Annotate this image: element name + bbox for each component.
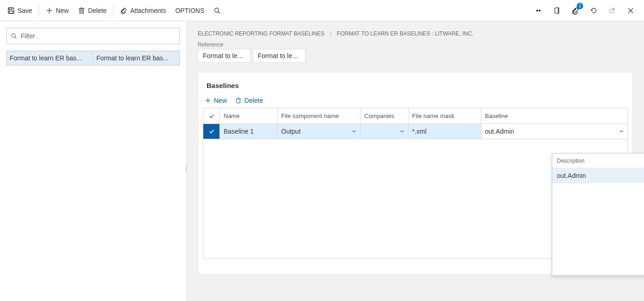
cell-mask[interactable]: *.xml xyxy=(408,124,481,139)
list-item-col2: Format to learn ER bas... xyxy=(94,54,179,62)
column-name[interactable]: Name xyxy=(220,108,278,124)
baseline-dropdown: Description File name out.Admin out.Admi… xyxy=(552,153,644,276)
attachments-button[interactable]: Attachments xyxy=(115,4,171,17)
column-companies[interactable]: Companies xyxy=(360,108,408,124)
trash-icon xyxy=(235,97,242,104)
filter-input[interactable]: Filter xyxy=(6,28,180,44)
attachments-count-button[interactable]: 1 xyxy=(569,5,581,17)
connect-icon[interactable] xyxy=(532,5,544,17)
reference-label: Reference xyxy=(198,41,633,48)
dropdown-empty-area xyxy=(552,183,644,275)
separator xyxy=(113,6,113,16)
cell-companies[interactable] xyxy=(360,124,408,139)
new-baseline-button[interactable]: New xyxy=(205,97,227,104)
svg-point-17 xyxy=(12,34,15,37)
reference-field-1[interactable]: Format to lear... xyxy=(198,49,251,63)
notif-badge: 1 xyxy=(577,3,583,9)
svg-rect-1 xyxy=(9,8,12,10)
reference-block: Reference Format to lear... Format to le… xyxy=(187,40,644,67)
dropdown-header: Description File name xyxy=(552,153,644,168)
cell-component[interactable]: Output xyxy=(278,124,360,139)
save-button[interactable]: Save xyxy=(3,4,37,17)
options-button[interactable]: OPTIONS xyxy=(171,4,209,17)
trash-icon xyxy=(78,7,85,14)
attachments-label: Attachments xyxy=(130,7,166,14)
cell-baseline[interactable]: out.Admin xyxy=(481,124,627,139)
breadcrumb-part2[interactable]: FORMAT TO LEARN ER BASELINES : LITWARE, … xyxy=(337,30,473,37)
cell-component-value: Output xyxy=(281,128,301,135)
delete-baseline-label: Delete xyxy=(244,97,263,104)
svg-point-10 xyxy=(215,8,219,12)
card-title: Baselines xyxy=(203,82,628,97)
refresh-button[interactable] xyxy=(588,5,600,17)
list-item[interactable]: Format to learn ER bas... Format to lear… xyxy=(6,51,180,65)
chevron-down-icon[interactable] xyxy=(399,128,405,135)
content-area: ELECTRONIC REPORTING FORMAT BASELINES | … xyxy=(187,21,644,301)
column-baseline[interactable]: Baseline xyxy=(481,108,627,124)
svg-rect-5 xyxy=(80,9,83,13)
sidebar: Filter Format to learn ER bas... Format … xyxy=(0,21,187,301)
reference-field-2[interactable]: Format to lear... xyxy=(253,49,306,63)
cell-baseline-value: out.Admin xyxy=(485,128,514,135)
svg-rect-2 xyxy=(9,11,13,13)
filter-placeholder: Filter xyxy=(21,32,35,40)
chevron-down-icon[interactable] xyxy=(618,128,625,135)
new-baseline-label: New xyxy=(214,97,227,104)
search-icon xyxy=(213,7,221,14)
save-label: Save xyxy=(18,7,32,14)
delete-label: Delete xyxy=(88,7,106,14)
plus-icon xyxy=(46,7,53,14)
dropdown-row[interactable]: out.Admin out.Admin.xml xyxy=(552,168,644,183)
list-item-col1: Format to learn ER bas... xyxy=(7,54,93,62)
dropdown-row-desc: out.Admin xyxy=(552,172,644,179)
breadcrumb-part1[interactable]: ELECTRONIC REPORTING FORMAT BASELINES xyxy=(198,30,325,37)
row-select[interactable] xyxy=(203,124,220,139)
new-label: New xyxy=(56,7,69,14)
svg-rect-21 xyxy=(237,99,240,103)
column-component[interactable]: File component name xyxy=(278,108,360,124)
table-header: Name File component name Companies File … xyxy=(203,108,627,124)
toolbar-left: Save New Delete Attachments OPTIONS xyxy=(3,4,225,17)
plus-icon xyxy=(205,97,211,104)
breadcrumb-sep: | xyxy=(330,30,331,37)
column-select[interactable] xyxy=(203,108,220,124)
popout-button[interactable] xyxy=(606,5,618,17)
delete-baseline-button[interactable]: Delete xyxy=(235,97,263,104)
top-toolbar: Save New Delete Attachments OPTIONS xyxy=(0,0,644,21)
svg-line-11 xyxy=(219,12,220,13)
card-actions: New Delete xyxy=(203,97,628,108)
svg-line-18 xyxy=(15,37,16,38)
toolbar-right: 1 xyxy=(532,5,641,17)
column-mask[interactable]: File name mask xyxy=(408,108,481,124)
delete-button[interactable]: Delete xyxy=(73,4,111,17)
office-icon[interactable] xyxy=(551,5,563,17)
chevron-down-icon[interactable] xyxy=(351,128,357,135)
table-row[interactable]: Baseline 1 Output *.xml xyxy=(203,124,627,139)
separator xyxy=(39,6,39,16)
options-label: OPTIONS xyxy=(175,7,204,14)
search-button[interactable] xyxy=(209,4,225,17)
close-button[interactable] xyxy=(625,5,637,17)
dropdown-col-description[interactable]: Description xyxy=(552,158,644,164)
main-area: Filter Format to learn ER bas... Format … xyxy=(0,21,644,301)
new-button[interactable]: New xyxy=(41,4,73,17)
breadcrumb: ELECTRONIC REPORTING FORMAT BASELINES | … xyxy=(187,21,644,40)
cell-name[interactable]: Baseline 1 xyxy=(220,124,278,139)
paperclip-icon xyxy=(120,7,127,14)
filter-search-icon xyxy=(11,33,17,39)
save-icon xyxy=(7,7,15,14)
